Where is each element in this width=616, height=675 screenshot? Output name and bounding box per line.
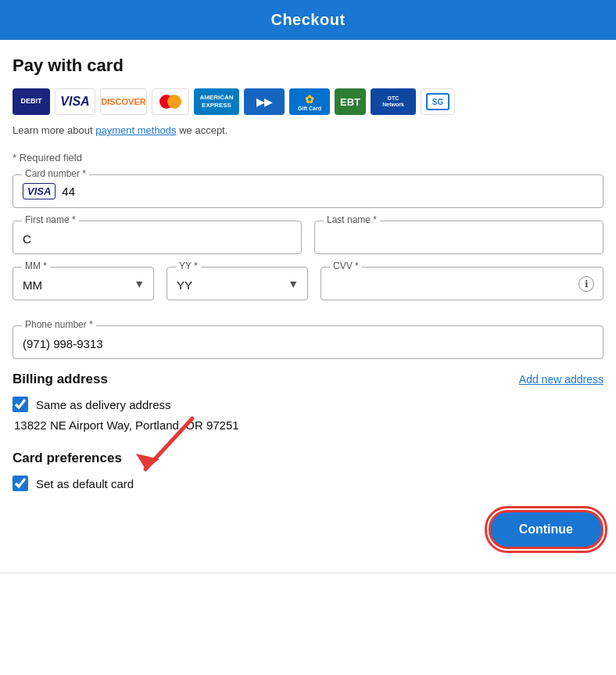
card-number-label: Card number * [22, 168, 89, 179]
payment-info-text: Learn more about payment methods we acce… [13, 124, 603, 136]
mm-select-wrapper: MM 010203 040506 070809 101112 ▼ [13, 267, 154, 300]
visa-badge: VISA [23, 183, 56, 199]
yy-field: YY * YY 202420252026 2027202820292030 ▼ [167, 267, 308, 300]
card-number-wrapper: VISA [13, 174, 603, 208]
delivery-address-text: 13822 NE Airport Way, Portland, OR 97251 [14, 418, 603, 432]
yy-select-wrapper: YY 202420252026 2027202820292030 ▼ [167, 267, 308, 300]
last-name-field: Last name * [314, 221, 603, 254]
header-title: Checkout [270, 11, 345, 28]
card-number-field: Card number * VISA [13, 174, 603, 208]
header: Checkout [0, 0, 616, 40]
otc-logo: OTCNetwork [371, 88, 416, 115]
first-name-input[interactable] [13, 221, 302, 254]
page-title: Pay with card [13, 56, 603, 76]
billing-header: Billing address Add new address [13, 372, 603, 387]
phone-field: Phone number * [13, 325, 603, 359]
yy-label: YY * [176, 260, 201, 271]
sg-logo: SG [421, 88, 455, 115]
first-name-field: First name * [13, 221, 302, 254]
continue-button[interactable]: Continue [489, 510, 603, 549]
add-address-link[interactable]: Add new address [519, 373, 603, 386]
default-card-checkbox[interactable] [13, 476, 28, 491]
yy-select[interactable]: YY 202420252026 2027202820292030 [167, 267, 308, 300]
cvv-label: CVV * [330, 260, 362, 271]
same-address-checkbox[interactable] [13, 397, 28, 412]
mastercard-logo [152, 88, 189, 115]
bottom-divider [0, 573, 616, 573]
last-name-input[interactable] [314, 221, 603, 254]
last-name-label: Last name * [324, 214, 380, 225]
payment-methods-link[interactable]: payment methods [95, 124, 176, 136]
mm-label: MM * [22, 260, 50, 271]
debit-card-logo: DEBIT [13, 88, 50, 115]
card-prefs-title: Card preferences [13, 451, 603, 466]
cvv-field: CVV * ℹ [321, 267, 603, 300]
amex-logo: AMERICANEXPRESS [194, 88, 239, 115]
same-address-row: Same as delivery address [13, 397, 603, 412]
card-number-input[interactable] [62, 185, 593, 198]
expiry-cvv-row: MM * MM 010203 040506 070809 101112 ▼ YY… [13, 267, 603, 313]
phone-label: Phone number * [22, 319, 96, 330]
mm-field: MM * MM 010203 040506 070809 101112 ▼ [13, 267, 154, 300]
name-row: First name * Last name * [13, 221, 603, 267]
mm-select[interactable]: MM 010203 040506 070809 101112 [13, 267, 154, 300]
billing-title: Billing address [13, 372, 108, 387]
continue-area: Continue [13, 510, 603, 549]
discover-logo: DISCOVER [100, 88, 147, 115]
generic-card-logo: ▶▶ [244, 88, 285, 115]
cvv-input[interactable] [321, 267, 603, 300]
default-card-label: Set as default card [36, 477, 134, 490]
walmart-gift-logo: ✿ Gift Card [289, 88, 330, 115]
visa-logo: VISA [55, 88, 95, 115]
ebt-logo: EBT [335, 88, 366, 115]
default-card-row: Set as default card [13, 476, 603, 491]
card-logos-row: DEBIT VISA DISCOVER AMERICANEXPRESS ▶▶ [13, 88, 603, 115]
same-address-label: Same as delivery address [36, 398, 171, 411]
address-section: 13822 NE Airport Way, Portland, OR 97251 [13, 418, 603, 432]
main-content: Pay with card DEBIT VISA DISCOVER AMERIC… [0, 40, 616, 573]
cvv-info-icon[interactable]: ℹ [578, 276, 594, 292]
first-name-label: First name * [22, 214, 79, 225]
phone-input[interactable] [13, 325, 603, 359]
required-note: * Required field [13, 152, 603, 163]
